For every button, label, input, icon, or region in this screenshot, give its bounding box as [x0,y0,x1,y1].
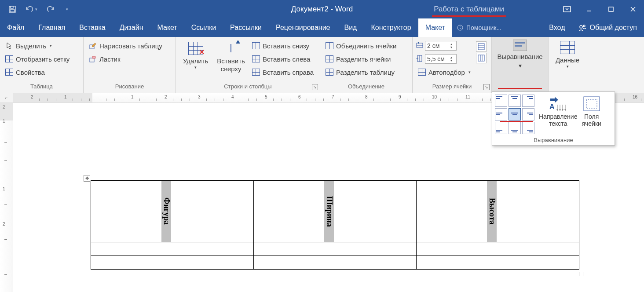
autofit-icon [418,68,426,76]
tell-me-box[interactable]: Помощник... [452,18,506,37]
minimize-button[interactable] [578,0,600,18]
tab-design[interactable]: Дизайн [113,18,150,37]
draw-table-button[interactable]: Нарисовать таблицу [87,40,164,52]
svg-point-10 [583,25,585,27]
properties-icon [5,68,13,76]
group-table: Выделить▾ Отобразить сетку Свойства Табл… [0,37,84,93]
tab-file[interactable]: Файл [0,18,31,37]
insert-left-button[interactable]: Вставить слева [250,53,315,65]
row-height-field[interactable]: 2 см▲▼ [416,40,472,52]
cursor-icon [5,42,13,50]
svg-rect-1 [11,6,13,8]
grid-icon [5,55,13,63]
insert-right-button[interactable]: Вставить справа [250,66,315,78]
align-mid-right[interactable] [522,108,534,120]
share-button[interactable]: Общий доступ [571,18,644,37]
ruler-corner: ⌐ [0,93,13,102]
table-resize-handle[interactable] [579,272,583,276]
tab-review[interactable]: Рецензирование [269,18,337,37]
tab-insert[interactable]: Вставка [72,18,112,37]
insert-right-icon [252,68,260,76]
tab-view[interactable]: Вид [337,18,364,37]
align-bot-right[interactable] [522,122,534,134]
group-label-merge: Объединение [320,82,412,93]
group-label-table: Таблица [0,82,83,93]
red-underline-annotation [432,15,506,17]
tab-pagelayout[interactable]: Макет [150,18,184,37]
tab-home[interactable]: Главная [31,18,72,37]
cell-margins-icon [582,95,601,112]
merge-icon [326,42,333,50]
autofit-button[interactable]: Автоподбор▾ [416,66,472,78]
split-table-icon [326,68,333,76]
split-cells-button[interactable]: Разделить ячейки [324,53,398,65]
sign-in-button[interactable]: Вход [543,18,571,37]
split-table-button[interactable]: Разделить таблицу [324,66,398,78]
group-label-cellsize: Размер ячейки↘ [413,82,491,93]
svg-text:A: A [549,103,555,110]
eraser-button[interactable]: Ластик [87,53,164,65]
header-cell-3: Высота [487,198,497,225]
tab-table-layout[interactable]: Макет [418,18,452,37]
red-underline-annotation [498,88,542,89]
split-cells-icon [326,55,333,63]
align-bot-center[interactable] [509,122,521,134]
table-move-handle[interactable]: ✥ [84,175,90,182]
text-direction-icon: A [549,95,568,112]
insert-below-button[interactable]: Вставить снизу [250,40,315,52]
distribute-columns-button[interactable] [476,53,487,63]
align-mid-center[interactable] [509,108,521,120]
save-button[interactable] [4,0,21,18]
insert-below-icon [252,42,260,50]
col-width-icon [416,55,423,63]
redo-button[interactable] [42,0,60,18]
view-gridlines-button[interactable]: Отобразить сетку [4,53,71,65]
close-button[interactable] [622,0,644,18]
undo-button[interactable]: ▾ [23,0,40,18]
vertical-ruler[interactable]: 2 1 1 2 [0,103,13,292]
document-table[interactable]: Фигура Ширина Высота [91,180,579,270]
group-alignment: Выравнивание ▾ [492,37,549,93]
align-top-right[interactable] [522,95,534,107]
data-button[interactable]: Данные ▾ [549,37,586,79]
svg-point-9 [580,26,582,28]
red-underline-annotation [500,121,533,122]
align-top-center[interactable] [509,95,521,107]
align-mid-left[interactable] [495,108,507,120]
tab-mailings[interactable]: Рассылки [223,18,269,37]
group-label-draw: Рисование [84,82,176,93]
window-title: Документ2 - Word [291,5,353,14]
tab-references[interactable]: Ссылки [184,18,223,37]
align-bot-left[interactable] [495,122,507,134]
undo-dropdown-icon[interactable]: ▾ [34,7,39,11]
data-icon [560,40,575,55]
header-cell-2: Ширина [325,196,334,227]
tab-table-design[interactable]: Конструктор [364,18,418,37]
table-tools-context-label: Работа с таблицами [426,0,512,18]
title-bar: ▾ ▾ Документ2 - Word Работа с таблицами [0,0,644,18]
svg-rect-30 [586,99,597,108]
dialog-launcher-rowscols[interactable]: ↘ [312,84,318,90]
properties-button[interactable]: Свойства [4,66,71,78]
alignment-button[interactable]: Выравнивание ▾ [492,37,548,93]
eraser-icon [89,55,97,63]
merge-cells-button[interactable]: Объединить ячейки [324,40,398,52]
ribbon-display-options-button[interactable] [556,0,578,18]
row-height-icon [416,42,423,50]
cell-margins-button[interactable]: Поля ячейки [582,95,601,134]
maximize-button[interactable] [600,0,622,18]
distribute-rows-button[interactable] [476,41,487,52]
text-direction-button[interactable]: A Направление текста [539,95,577,134]
group-cell-size: 2 см▲▼ 5,5 см▲▼ Автоподбор▾ Размер ячейк… [413,37,492,93]
align-top-left[interactable] [495,95,507,107]
select-button[interactable]: Выделить▾ [4,40,71,52]
group-draw: Нарисовать таблицу Ластик Рисование [84,37,176,93]
qat-customize-button[interactable]: ▾ [62,0,72,18]
column-width-field[interactable]: 5,5 см▲▼ [416,53,472,65]
dialog-launcher-cellsize[interactable]: ↘ [483,84,490,90]
alignment-grid [495,95,534,134]
insert-left-icon [252,55,260,63]
insert-above-button[interactable]: Вставить сверху [213,40,249,82]
delete-button[interactable]: ✕ Удалить ▾ [179,40,212,82]
alignment-icon [513,40,527,51]
